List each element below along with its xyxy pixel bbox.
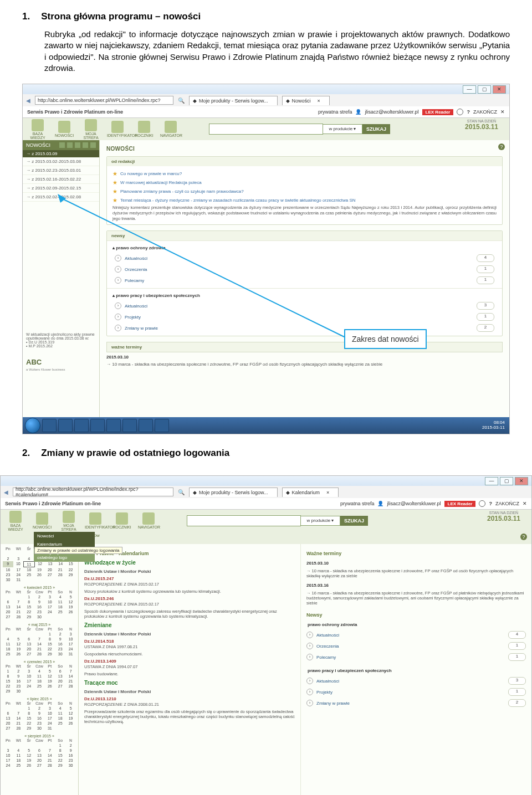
editorial-link[interactable]: ★W marcowej aktualizacji Redakcja poleca <box>112 178 497 187</box>
search-button[interactable]: SZUKAJ <box>362 124 390 134</box>
calendar-april[interactable]: « kwiecień 2015 » PnWtŚrCzwPtSoN 12345 6… <box>3 586 76 619</box>
act-id-link[interactable]: Dz.U.2015.247 <box>84 576 295 581</box>
tool-baza-wiedzy[interactable]: BAZA WIEDZY <box>5 511 26 531</box>
tool-nowosci[interactable]: NOWOŚCI <box>32 512 53 529</box>
back-icon[interactable]: ◀ <box>26 98 30 104</box>
next-icon[interactable]: » <box>50 697 52 701</box>
tab-close-icon[interactable]: × <box>326 490 329 495</box>
tool-moja-strefa[interactable]: MOJA STREFA <box>58 511 79 531</box>
news-row[interactable]: ›Zmiany w prawie2 <box>306 697 526 709</box>
search-filter-select[interactable]: w produkcie ▾ <box>301 516 340 526</box>
next-icon[interactable]: » <box>53 586 55 589</box>
taskbar-app-icon[interactable] <box>106 419 121 432</box>
url-input[interactable]: http://abc.online.wolterskluwer.pl/WPLOn… <box>35 96 173 105</box>
tool-navigator[interactable]: NAVIGATOR <box>160 121 181 137</box>
window-maximize-button[interactable]: ▢ <box>478 85 491 94</box>
tool-identyfikator[interactable]: IDENTYFIKATOR <box>107 121 128 137</box>
gear-icon[interactable] <box>457 109 463 115</box>
lex-reader-badge[interactable]: LEX Reader <box>444 501 476 507</box>
next-icon[interactable]: » <box>53 660 55 664</box>
back-icon[interactable]: ◀ <box>4 489 8 495</box>
sidebar-tool-icon[interactable] <box>59 142 65 148</box>
dropdown-item-nowosci[interactable]: Nowości <box>34 532 95 540</box>
toggle-icon[interactable]: › <box>306 643 313 649</box>
logout-button[interactable]: ZAKOŃCZ <box>473 109 497 115</box>
taskbar-clock[interactable]: 08:04 2015-03-11 <box>482 420 507 430</box>
editorial-link[interactable]: ★Co nowego w prawie w marcu? <box>112 170 497 178</box>
tool-nowosci[interactable]: NOWOŚCI <box>54 121 75 137</box>
prev-icon[interactable]: « <box>24 586 26 589</box>
sidebar-current-range[interactable]: → z 2015.03.09 <box>23 150 99 157</box>
taskbar-app-icon[interactable] <box>155 419 169 432</box>
taskbar-app-icon[interactable] <box>122 419 137 432</box>
taskbar-app-icon[interactable] <box>139 419 153 432</box>
sidebar-tool-icon[interactable] <box>83 142 88 148</box>
news-row[interactable]: ›Projekty1 <box>306 686 526 697</box>
calendar-august[interactable]: « sierpień 2015 » PnWtŚrCzwPtSoN 12 3456… <box>3 734 76 768</box>
sidebar-date-range-item[interactable]: → z 2015.02.23-2015.03.01 <box>23 166 99 175</box>
search-icon[interactable]: 🔍 <box>178 98 185 104</box>
sidebar-tool-icon[interactable] <box>75 142 80 148</box>
news-row[interactable]: ›Aktualności4 <box>306 629 526 640</box>
sidebar-date-range-item[interactable]: → z 2015.03.02-2015.03.08 <box>23 157 99 166</box>
browser-tab-2[interactable]: ◆Nowości× <box>282 96 330 105</box>
window-minimize-button[interactable]: — <box>485 477 498 485</box>
prev-icon[interactable]: « <box>24 734 27 738</box>
next-icon[interactable]: » <box>52 734 54 738</box>
taskbar-app-icon[interactable] <box>58 419 73 432</box>
tool-navigator[interactable]: NAVIGATOR <box>138 512 159 529</box>
tab-close-icon[interactable]: × <box>318 98 320 104</box>
toggle-icon[interactable]: › <box>306 654 313 660</box>
logout-button[interactable]: ZAKOŃCZ <box>495 501 519 506</box>
sidebar-date-range-item[interactable]: → z 2015.02.16-2015.02.22 <box>23 175 99 184</box>
help-icon[interactable]: ? <box>489 501 492 506</box>
act-id-link[interactable]: Dz.U.2013.1210 <box>84 696 295 701</box>
search-icon[interactable]: 🔍 <box>178 489 185 495</box>
prev-icon[interactable]: « <box>24 660 26 664</box>
act-id-link[interactable]: Dz.U.2015.246 <box>84 596 295 601</box>
toggle-icon[interactable]: › <box>306 632 313 638</box>
search-button[interactable]: SZUKAJ <box>340 516 368 526</box>
browser-tab-2[interactable]: ◆Kalendarium× <box>282 488 339 497</box>
window-maximize-button[interactable]: ▢ <box>500 477 513 485</box>
help-icon[interactable]: ? <box>520 534 527 540</box>
sidebar-tool-icon[interactable] <box>67 142 73 148</box>
calendar-june[interactable]: « czerwiec 2015 » PnWtŚrCzwPtSoN 1234567… <box>3 660 76 694</box>
lex-reader-badge[interactable]: LEX Reader <box>422 109 454 115</box>
toggle-icon[interactable]: › <box>306 700 313 706</box>
search-filter-select[interactable]: w produkcie ▾ <box>323 124 362 134</box>
gear-icon[interactable] <box>479 500 485 507</box>
tool-roczniki[interactable]: ROCZNIKI <box>134 121 155 137</box>
sidebar-date-range-item[interactable]: → z 2015.02.09-2015.02.15 <box>23 184 99 193</box>
help-icon[interactable]: ? <box>498 143 505 150</box>
private-zone-label[interactable]: prywatna strefa <box>340 501 375 506</box>
window-minimize-button[interactable]: — <box>463 85 476 94</box>
private-zone-label[interactable]: prywatna strefa <box>318 109 352 115</box>
toggle-icon[interactable]: › <box>306 678 313 684</box>
help-icon[interactable]: ? <box>467 109 470 115</box>
next-icon[interactable]: » <box>48 623 50 627</box>
toggle-icon[interactable]: › <box>306 689 313 695</box>
tool-moja-strefa[interactable]: MOJA STREFA <box>80 119 101 140</box>
close-icon[interactable]: ✕ <box>500 109 505 115</box>
taskbar-app-icon[interactable] <box>90 419 105 432</box>
calendar-july[interactable]: « lipiec 2015 » PnWtŚrCzwPtSoN 12345 678… <box>3 697 76 731</box>
tool-baza-wiedzy[interactable]: BAZA WIEDZY <box>27 119 48 140</box>
tool-roczniki[interactable]: ROCZNIKI <box>111 512 132 529</box>
news-row[interactable]: ›Orzeczenia1 <box>306 640 526 652</box>
act-id-link[interactable]: Dz.U.2014.518 <box>84 639 295 644</box>
browser-tab-1[interactable]: ◆Moje produkty - Serwis logow... <box>189 488 278 497</box>
window-close-button[interactable]: ✕ <box>515 477 528 485</box>
close-icon[interactable]: ✕ <box>523 501 527 506</box>
news-row[interactable]: ›Aktualności3 <box>306 675 526 686</box>
sidebar-tool-icon[interactable] <box>90 142 96 148</box>
window-close-button[interactable]: ✕ <box>493 85 506 94</box>
taskbar-app-icon[interactable] <box>42 419 57 432</box>
url-input[interactable]: http://abc.online.wolterskluwer.pl/WPLOn… <box>13 488 173 496</box>
tool-identyfikator[interactable]: IDENTYFIKATOR <box>85 512 106 529</box>
search-input[interactable] <box>209 124 323 135</box>
prev-icon[interactable]: « <box>28 623 30 627</box>
taskbar-app-icon[interactable] <box>74 419 89 432</box>
calendar-may[interactable]: « maj 2015 » PnWtŚrCzwPtSoN 123 45678910… <box>3 623 76 656</box>
search-input[interactable] <box>187 515 301 526</box>
